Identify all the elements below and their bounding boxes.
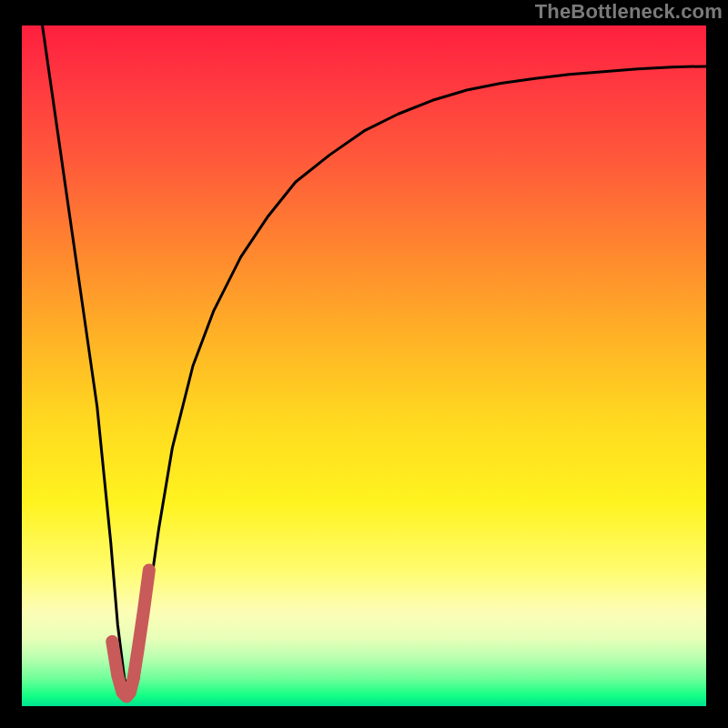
chart-plot-area bbox=[22, 25, 706, 706]
chart-svg bbox=[22, 25, 706, 706]
attribution-label: TheBottleneck.com bbox=[535, 0, 723, 24]
